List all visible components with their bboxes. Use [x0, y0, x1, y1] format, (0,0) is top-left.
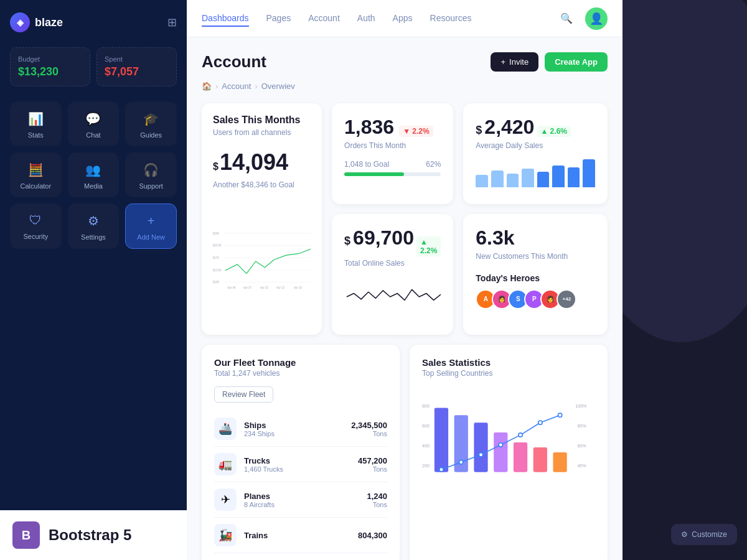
sales-stats-subtitle: Top Selling Countries	[422, 369, 595, 378]
bar-8	[583, 159, 595, 187]
progress-bar	[344, 172, 441, 176]
breadcrumb-overview: Overwiev	[261, 82, 295, 91]
svg-point-16	[499, 443, 502, 447]
sidebar-item-settings[interactable]: ⚙ Settings	[68, 203, 120, 249]
settings-icon: ⚙	[88, 213, 99, 228]
ships-unit: Tons	[351, 430, 387, 437]
planes-sub: 8 Aircrafts	[244, 501, 275, 508]
wave-chart	[344, 275, 441, 319]
heroes-section: Today's Heroes A 👩 S P 👩 +42	[476, 273, 595, 309]
planes-unit: Tons	[367, 501, 387, 508]
sales-goal: Another $48,346 to Goal	[213, 180, 311, 189]
chat-icon: 💬	[85, 111, 101, 126]
trucks-icon: 🚛	[214, 453, 237, 475]
stats-icon: 📊	[28, 111, 44, 126]
sidebar-item-chat[interactable]: 💬 Chat	[68, 101, 120, 146]
daily-sales-badge: ▲ 2.6%	[537, 126, 571, 137]
spent-value: $7,057	[105, 65, 169, 78]
add-new-icon: +	[148, 214, 155, 228]
sidebar-menu-icon[interactable]: ⊞	[167, 16, 177, 29]
wave-chart-container	[344, 275, 441, 319]
bar-col6	[533, 447, 547, 472]
sidebar-item-media[interactable]: 👥 Media	[68, 152, 120, 197]
progress-label: 1,048 to Goal	[344, 160, 389, 169]
svg-point-15	[479, 453, 482, 457]
x-label-5: Apr 16	[294, 286, 303, 289]
nav-auth[interactable]: Auth	[357, 11, 375, 27]
orders-value: 1,836	[344, 116, 394, 139]
svg-text:100%: 100%	[575, 404, 587, 409]
ships-sub: 234 Ships	[244, 430, 275, 437]
sidebar-item-stats[interactable]: 📊 Stats	[10, 101, 62, 146]
page-actions: + Invite Create App	[491, 52, 608, 72]
create-app-button[interactable]: Create App	[545, 52, 608, 72]
bar-5	[537, 172, 550, 187]
new-customers-value: 6.3k	[476, 226, 514, 249]
support-icon: 🎧	[143, 162, 159, 177]
customize-button[interactable]: ⚙ Customize	[671, 524, 737, 545]
bar-1	[476, 175, 488, 187]
trucks-unit: Tons	[358, 465, 387, 473]
security-label: Security	[23, 233, 48, 240]
breadcrumb-account: Account	[222, 82, 251, 91]
nav-account[interactable]: Account	[308, 11, 340, 27]
budget-card: Budget $13,230	[10, 47, 90, 86]
planes-amount: 1,240	[367, 492, 387, 501]
bar-col5	[514, 442, 527, 472]
online-sales-prefix: $	[344, 235, 350, 248]
nav-resources[interactable]: Resources	[430, 11, 472, 27]
bar-7	[568, 167, 580, 188]
sidebar-item-guides[interactable]: 🎓 Guides	[125, 101, 177, 146]
invite-button[interactable]: + Invite	[491, 52, 538, 72]
sidebar-item-add-new[interactable]: + Add New	[125, 203, 177, 249]
orders-label: Orders This Month	[344, 141, 441, 150]
bar-col4	[494, 432, 507, 472]
orders-card: 1,836 ▼ 2.2% Orders This Month 1,048 to …	[332, 103, 453, 204]
logo-icon: ◈	[10, 12, 30, 32]
bootstrap-label: Bootstrap 5	[49, 526, 131, 544]
nav-pages[interactable]: Pages	[266, 11, 291, 27]
breadcrumb-sep1: ›	[215, 82, 218, 91]
fleet-row-trucks: 🚛 Trucks 1,460 Trucks 457,200 Tons	[214, 447, 387, 482]
svg-text:800: 800	[422, 404, 430, 409]
page-title: Account	[202, 52, 266, 72]
topnav: Dashboards Pages Account Auth Apps Resou…	[187, 0, 622, 37]
trucks-name: Trucks	[244, 456, 283, 465]
y-label-5: $10K	[213, 281, 219, 284]
add-new-label: Add New	[137, 233, 165, 241]
sidebar-header: ◈ blaze ⊞	[10, 12, 177, 32]
nav-apps[interactable]: Apps	[393, 11, 413, 27]
online-sales-card: $ 69,700 ▲ 2.2% Total Online Sales	[332, 214, 453, 335]
bottom-section: Our Fleet Tonnage Total 1,247 vehicles R…	[202, 345, 608, 560]
hero-more: +42	[557, 289, 576, 309]
review-fleet-button[interactable]: Review Fleet	[214, 386, 273, 403]
heroes-title: Today's Heroes	[476, 273, 595, 283]
sidebar-item-support[interactable]: 🎧 Support	[125, 152, 177, 197]
fleet-row-ships: 🚢 Ships 234 Ships 2,345,500 Tons	[214, 411, 387, 447]
search-button[interactable]: 🔍	[555, 7, 578, 30]
sidebar-item-calculator[interactable]: 🧮 Calculator	[10, 152, 62, 197]
svg-text:200: 200	[422, 464, 430, 469]
svg-text:80%: 80%	[577, 424, 586, 429]
planes-icon: ✈	[214, 488, 237, 511]
x-label-4: Apr 13	[276, 286, 285, 289]
fleet-card: Our Fleet Tonnage Total 1,247 vehicles R…	[202, 345, 400, 560]
topnav-links: Dashboards Pages Account Auth Apps Resou…	[202, 11, 471, 27]
settings-label: Settings	[81, 233, 106, 241]
sidebar-item-security[interactable]: 🛡 Security	[10, 203, 62, 249]
daily-sales-value: 2,420	[484, 116, 534, 139]
progress-pct: 62%	[426, 160, 441, 169]
sales-stats-chart-container: 800 600 400 200 100% 80% 60% 40%	[422, 386, 595, 498]
invite-plus-icon: +	[500, 57, 505, 67]
new-customers-card: 6.3k New Customers This Month Today's He…	[463, 214, 608, 335]
ships-name: Ships	[244, 421, 275, 430]
nav-dashboards[interactable]: Dashboards	[202, 11, 249, 27]
logo-text: blaze	[35, 16, 63, 29]
orders-badge: ▼ 2.2%	[399, 126, 433, 137]
sales-stats-card: Sales Statistics Top Selling Countries 8…	[410, 345, 608, 560]
user-avatar[interactable]: 👤	[585, 7, 608, 30]
page-content: Account + Invite Create App 🏠 › Account …	[187, 37, 622, 560]
svg-point-19	[558, 413, 561, 417]
bootstrap-icon: B	[12, 521, 40, 549]
x-label-1: Apr 04	[228, 286, 237, 289]
